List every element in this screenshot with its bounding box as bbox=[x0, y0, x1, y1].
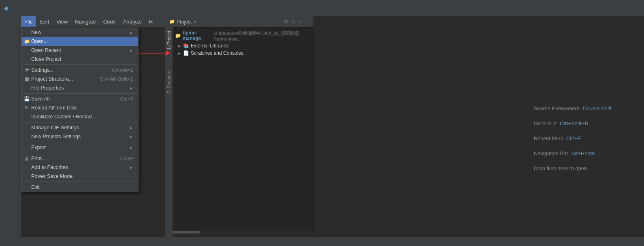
ext-libs-arrow: ► bbox=[177, 44, 181, 48]
shortcut-search-everywhere: Search Everywhere Double Shift bbox=[534, 105, 612, 111]
save-all-icon: 💾 bbox=[23, 96, 30, 102]
menu-item-project-structure[interactable]: ▦ Project Structure... Ctrl+Alt+Shift+S bbox=[21, 75, 138, 83]
menu-item-exit[interactable]: Exit bbox=[21, 183, 138, 192]
menu-code[interactable]: Code bbox=[100, 16, 119, 27]
scratches-label: Scratches and Consoles bbox=[191, 50, 243, 56]
export-arrow: ► bbox=[129, 145, 133, 150]
sep4 bbox=[21, 142, 138, 142]
tree-item-ext-libs[interactable]: ► 📚 External Libraries bbox=[166, 42, 313, 49]
ide-logo: ◆ bbox=[4, 5, 9, 11]
menu-item-reload-all[interactable]: ↻ Reload All from Disk bbox=[21, 103, 138, 112]
reload-icon: ↻ bbox=[23, 105, 30, 111]
project-folder-icon: 📁 bbox=[169, 19, 175, 24]
save-all-shortcut: Ctrl+S bbox=[120, 96, 133, 101]
print-shortcut: Ctrl+P bbox=[120, 156, 133, 161]
manage-ide-arrow: ► bbox=[129, 126, 133, 130]
panel-close-icon[interactable]: — bbox=[305, 19, 310, 25]
panel-gear-icon[interactable]: ☆ bbox=[298, 19, 302, 25]
tree-item-scratches[interactable]: ► 📄 Scratches and Consoles bbox=[166, 49, 313, 57]
root-label: bpmc-manage bbox=[183, 30, 211, 41]
goto-file-key: Ctrl+Shift+R bbox=[560, 120, 589, 126]
menu-item-open-recent[interactable]: Open Recent ► bbox=[21, 46, 138, 55]
root-folder-icon: 📁 bbox=[175, 33, 181, 39]
scratches-icon: 📄 bbox=[183, 50, 189, 56]
project-structure-shortcut: Ctrl+Alt+Shift+S bbox=[100, 77, 133, 81]
ext-libs-label: External Libraries bbox=[191, 43, 228, 49]
menu-file[interactable]: File bbox=[21, 16, 36, 27]
menu-analyze[interactable]: Analyze bbox=[120, 16, 145, 27]
menu-navigate[interactable]: Navigate bbox=[72, 16, 99, 27]
goto-file-label: Go to File bbox=[534, 120, 557, 126]
arrow-line bbox=[138, 53, 166, 53]
search-everywhere-key: Double Shift bbox=[583, 105, 612, 111]
menu-item-export[interactable]: Export ► bbox=[21, 143, 138, 152]
shortcut-recent-files: Recent Files Ctrl+E bbox=[534, 135, 612, 141]
file-props-arrow: ► bbox=[129, 86, 133, 90]
menu-item-add-favorites[interactable]: Add to Favorites ► bbox=[21, 163, 138, 172]
open-recent-arrow: ► bbox=[129, 48, 133, 53]
project-panel: 📁 Project ▼ ⚙ ÷ ☆ — ▼ 📁 bpmc-manage D:\b… bbox=[166, 16, 314, 234]
nav-bar-key: Alt+Home bbox=[571, 150, 595, 156]
menu-item-save-all[interactable]: 💾 Save All Ctrl+S bbox=[21, 94, 138, 103]
red-arrow bbox=[138, 51, 170, 56]
project-tree: ▼ 📁 bpmc-manage D:\bluesvn\行业流程中心\04_01_… bbox=[166, 28, 313, 58]
favorites-arrow: ► bbox=[129, 165, 133, 170]
menu-item-settings[interactable]: ⚒ Settings... Ctrl+Alt+S bbox=[21, 66, 138, 75]
new-arrow: ► bbox=[129, 30, 133, 35]
panel-icons: ⚙ ÷ ☆ — bbox=[284, 19, 310, 25]
project-scrollbar[interactable] bbox=[166, 231, 313, 234]
left-sidebar bbox=[0, 16, 21, 237]
shortcuts-panel: Search Everywhere Double Shift Go to Fil… bbox=[534, 105, 612, 171]
menu-r[interactable]: R bbox=[146, 16, 156, 27]
side-tab-project[interactable]: 1: Project bbox=[166, 29, 171, 51]
tree-item-root[interactable]: ▼ 📁 bpmc-manage D:\bluesvn\行业流程中心\04_01_… bbox=[166, 29, 313, 42]
top-bar: ◆ bbox=[0, 0, 644, 16]
menu-item-open[interactable]: 📁 Open... bbox=[21, 37, 138, 46]
side-tab-structure[interactable]: 7: Structure bbox=[166, 69, 171, 95]
file-menu-dropdown: New ► 📁 Open... Open Recent ► Close Proj… bbox=[21, 28, 139, 192]
new-projects-arrow: ► bbox=[129, 135, 133, 139]
root-path: D:\bluesvn\行业流程中心\04_01_源码前端\bpmc-man... bbox=[214, 30, 310, 41]
ide-menubar: File Edit View Navigate Code Analyze R bbox=[21, 16, 167, 27]
menu-edit[interactable]: Edit bbox=[37, 16, 52, 27]
recent-files-label: Recent Files bbox=[534, 135, 563, 141]
menu-item-power-save[interactable]: Power Save Mode bbox=[21, 172, 138, 181]
ext-libs-icon: 📚 bbox=[183, 43, 189, 49]
sep5 bbox=[21, 153, 138, 153]
menu-view[interactable]: View bbox=[53, 16, 71, 27]
side-tabs: 1: Project 7: Structure bbox=[165, 27, 173, 237]
menu-item-print[interactable]: 🖨 Print... Ctrl+P bbox=[21, 154, 138, 163]
project-panel-header: 📁 Project ▼ ⚙ ÷ ☆ — bbox=[166, 16, 313, 28]
menu-item-manage-ide[interactable]: Manage IDE Settings ► bbox=[21, 123, 138, 132]
recent-files-key: Ctrl+E bbox=[566, 135, 581, 141]
menu-item-close-project[interactable]: Close Project bbox=[21, 55, 138, 64]
print-icon: 🖨 bbox=[23, 156, 30, 161]
menu-item-new-projects-settings[interactable]: New Projects Settings ► bbox=[21, 132, 138, 141]
settings-shortcut: Ctrl+Alt+S bbox=[112, 68, 133, 73]
menu-item-file-properties[interactable]: File Properties ► bbox=[21, 83, 138, 92]
nav-bar-label: Navigation Bar bbox=[534, 150, 568, 156]
shortcut-drop-files: Drop files here to open bbox=[534, 165, 612, 171]
project-dropdown-arrow[interactable]: ▼ bbox=[193, 20, 197, 24]
sep3 bbox=[21, 122, 138, 122]
editor-area: Search Everywhere Double Shift Go to Fil… bbox=[314, 16, 644, 234]
sep2 bbox=[21, 93, 138, 94]
settings-icon: ⚒ bbox=[23, 67, 30, 73]
drop-files-label: Drop files here to open bbox=[534, 165, 587, 171]
shortcut-goto-file: Go to File Ctrl+Shift+R bbox=[534, 120, 612, 126]
open-icon: 📁 bbox=[23, 39, 30, 44]
sep1 bbox=[21, 64, 138, 65]
project-panel-title: 📁 Project ▼ bbox=[169, 19, 197, 25]
sep6 bbox=[21, 182, 138, 182]
arrow-head bbox=[166, 51, 170, 56]
search-everywhere-label: Search Everywhere bbox=[534, 105, 580, 111]
menu-item-invalidate-caches[interactable]: Invalidate Caches / Restart... bbox=[21, 112, 138, 121]
menu-item-new[interactable]: New ► bbox=[21, 28, 138, 37]
status-bar bbox=[0, 237, 644, 246]
scrollbar-thumb bbox=[168, 231, 200, 233]
shortcut-nav-bar: Navigation Bar Alt+Home bbox=[534, 150, 612, 156]
scratches-arrow: ► bbox=[177, 51, 181, 56]
panel-divider-icon[interactable]: ÷ bbox=[292, 19, 294, 25]
project-structure-icon: ▦ bbox=[23, 76, 30, 82]
panel-settings-icon[interactable]: ⚙ bbox=[284, 19, 288, 25]
